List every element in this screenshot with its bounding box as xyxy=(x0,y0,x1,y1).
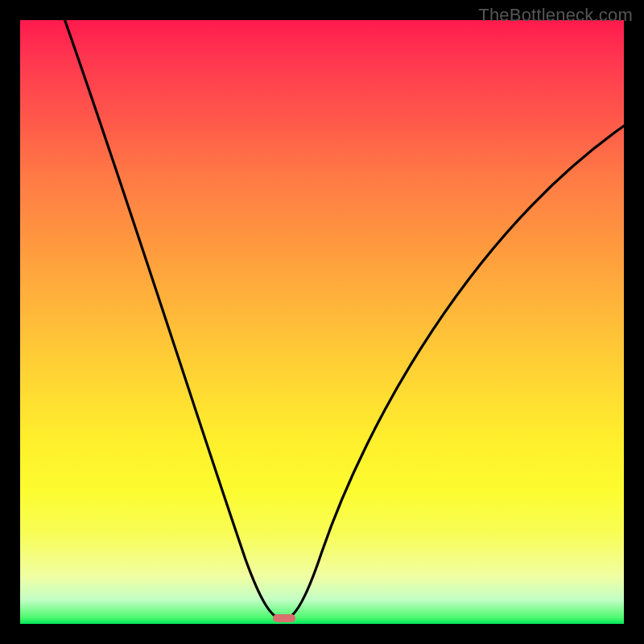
watermark-text: TheBottleneck.com xyxy=(478,5,633,26)
plot-area xyxy=(20,20,624,624)
optimal-marker xyxy=(273,614,295,622)
curve-path xyxy=(62,20,624,618)
chart-container: TheBottleneck.com xyxy=(0,0,644,644)
bottleneck-curve xyxy=(20,20,624,624)
